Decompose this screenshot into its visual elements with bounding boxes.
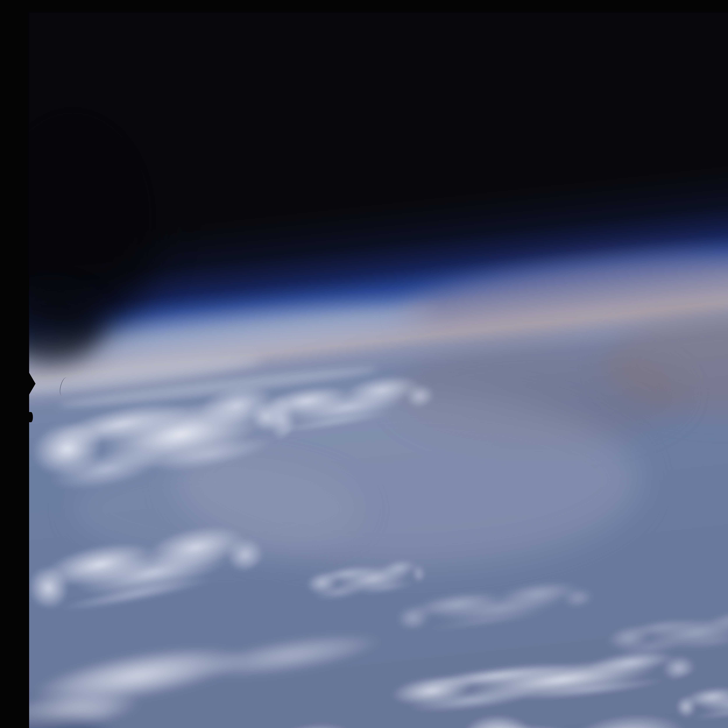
film-scan-background: 065 718 STS105 123948 010815 [0, 0, 728, 728]
edge-notch [29, 412, 33, 422]
photo-frame [29, 13, 728, 728]
